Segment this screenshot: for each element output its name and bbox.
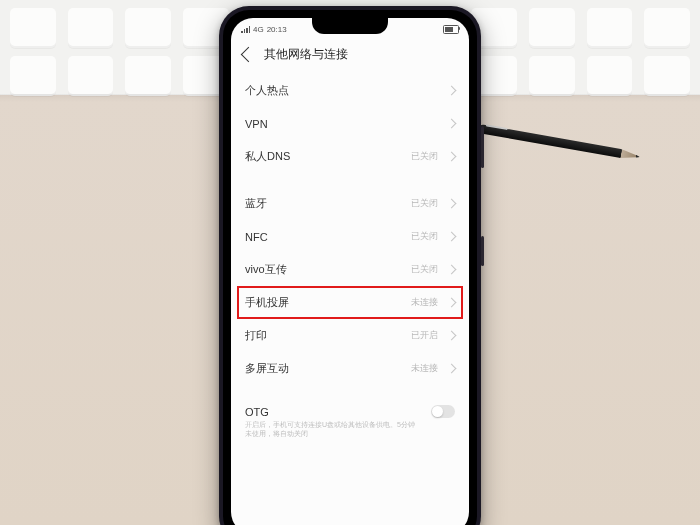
row-label: NFC — [245, 231, 268, 243]
group-divider — [231, 173, 469, 187]
row-print[interactable]: 打印 已开启 — [231, 319, 469, 352]
row-nfc[interactable]: NFC 已关闭 — [231, 220, 469, 253]
row-label: 打印 — [245, 328, 267, 343]
phone-frame: 4G 20:13 其他网络与连接 个人热点 — [219, 6, 481, 525]
row-vivo-share[interactable]: vivo互传 已关闭 — [231, 253, 469, 286]
row-label: 蓝牙 — [245, 196, 267, 211]
row-value: 已关闭 — [411, 230, 438, 243]
phone-screen: 4G 20:13 其他网络与连接 个人热点 — [231, 18, 469, 525]
row-otg: OTG 开启后，手机可支持连接U盘或给其他设备供电。5分钟未使用，将自动关闭 — [231, 399, 469, 438]
row-value: 已关闭 — [411, 263, 438, 276]
back-icon[interactable] — [241, 46, 257, 62]
chevron-right-icon — [447, 152, 457, 162]
otg-description: 开启后，手机可支持连接U盘或给其他设备供电。5分钟未使用，将自动关闭 — [245, 420, 415, 438]
chevron-right-icon — [447, 331, 457, 341]
page-title: 其他网络与连接 — [264, 46, 348, 63]
status-time: 20:13 — [267, 25, 287, 34]
otg-toggle[interactable] — [431, 405, 455, 418]
row-multi-screen[interactable]: 多屏互动 未连接 — [231, 352, 469, 385]
row-label: vivo互传 — [245, 262, 287, 277]
row-label: 多屏互动 — [245, 361, 289, 376]
row-value: 未连接 — [411, 296, 438, 309]
row-label: 手机投屏 — [245, 295, 289, 310]
row-bluetooth[interactable]: 蓝牙 已关闭 — [231, 187, 469, 220]
row-private-dns[interactable]: 私人DNS 已关闭 — [231, 140, 469, 173]
chevron-right-icon — [447, 119, 457, 129]
page-header: 其他网络与连接 — [231, 38, 469, 70]
row-vpn[interactable]: VPN — [231, 107, 469, 140]
group-divider — [231, 385, 469, 399]
row-personal-hotspot[interactable]: 个人热点 — [231, 74, 469, 107]
row-label: OTG — [245, 406, 269, 418]
chevron-right-icon — [447, 298, 457, 308]
row-value: 已关闭 — [411, 150, 438, 163]
chevron-right-icon — [447, 232, 457, 242]
row-value: 已开启 — [411, 329, 438, 342]
notch — [312, 18, 388, 34]
row-label: 私人DNS — [245, 149, 290, 164]
network-label: 4G — [253, 25, 264, 34]
row-label: 个人热点 — [245, 83, 289, 98]
chevron-right-icon — [447, 364, 457, 374]
row-label: VPN — [245, 118, 268, 130]
chevron-right-icon — [447, 86, 457, 96]
battery-icon — [443, 25, 459, 34]
row-screen-cast[interactable]: 手机投屏 未连接 — [231, 286, 469, 319]
settings-list: 个人热点 VPN 私人DNS 已关闭 蓝牙 已关闭 — [231, 70, 469, 438]
side-button — [481, 236, 484, 266]
chevron-right-icon — [447, 199, 457, 209]
side-button — [481, 126, 484, 168]
pen-prop — [478, 124, 637, 161]
scene-root: 4G 20:13 其他网络与连接 个人热点 — [0, 0, 700, 525]
signal-icon — [241, 26, 250, 33]
row-value: 已关闭 — [411, 197, 438, 210]
chevron-right-icon — [447, 265, 457, 275]
row-value: 未连接 — [411, 362, 438, 375]
